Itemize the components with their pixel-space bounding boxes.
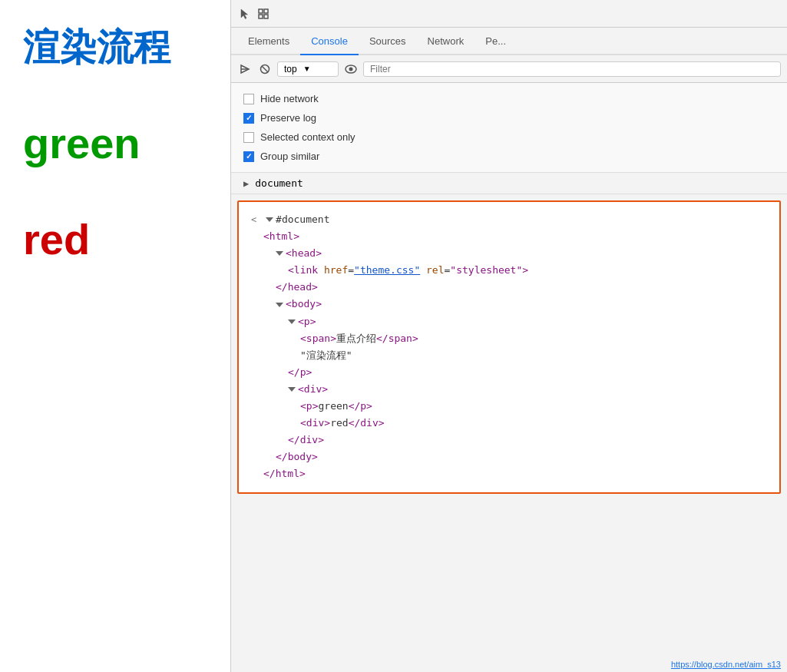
triangle-down-icon	[266, 217, 273, 222]
triangle-down-icon	[276, 251, 283, 256]
dom-line-div-red[interactable]: <div>red</div>	[251, 415, 767, 432]
dom-line-body-open[interactable]: <body>	[251, 296, 767, 313]
console-filter-bar: top ▼	[231, 55, 787, 83]
dom-line-html-close[interactable]: </html>	[251, 465, 767, 482]
checkbox-hide-network[interactable]: Hide network	[243, 89, 775, 108]
dom-line-link[interactable]: <link href="theme.css" rel="stylesheet" …	[251, 262, 767, 279]
block-icon[interactable]	[257, 61, 273, 77]
svg-rect-1	[264, 9, 268, 13]
dom-line-head-close[interactable]: </head>	[251, 279, 767, 296]
dom-line-p-close[interactable]: </p>	[251, 364, 767, 381]
svg-rect-2	[259, 15, 263, 18]
tab-network[interactable]: Network	[417, 28, 475, 55]
page-text-green: green	[23, 118, 207, 168]
tab-console[interactable]: Console	[300, 28, 359, 55]
inspect-icon[interactable]	[256, 6, 271, 22]
checkbox-preserve-log[interactable]: Preserve log	[243, 108, 775, 127]
checkbox-group-similar[interactable]: Group similar	[243, 147, 775, 166]
dom-line-div-close[interactable]: </div>	[251, 432, 767, 449]
devtools-tabs: Elements Console Sources Network Pe...	[231, 28, 787, 55]
page-title-chinese: 渲染流程	[23, 23, 207, 72]
execute-icon[interactable]	[237, 61, 253, 77]
svg-rect-0	[259, 9, 263, 13]
checkbox-selected-context-box[interactable]	[243, 132, 254, 143]
checkbox-selected-context[interactable]: Selected context only	[243, 127, 775, 147]
triangle-down-icon	[288, 319, 296, 324]
tab-sources[interactable]: Sources	[359, 28, 417, 55]
checkbox-group-similar-box[interactable]	[243, 151, 254, 162]
tab-elements[interactable]: Elements	[237, 28, 300, 55]
svg-line-7	[262, 66, 268, 72]
filter-input[interactable]	[363, 61, 781, 77]
dom-line-div-open[interactable]: <div>	[251, 381, 767, 398]
cursor-icon[interactable]	[237, 6, 253, 22]
dom-line-span[interactable]: <span>重点介绍</span>	[251, 330, 767, 347]
dom-tree-area: < #document <html> <head> <link href="th…	[237, 200, 781, 494]
dom-line-document[interactable]: < #document	[251, 211, 767, 228]
checkbox-hide-network-box[interactable]	[243, 94, 254, 104]
devtools-toolbar	[231, 0, 787, 28]
tab-performance[interactable]: Pe...	[475, 28, 517, 55]
dom-line-html[interactable]: <html>	[251, 228, 767, 245]
devtools-panel: Elements Console Sources Network Pe...	[230, 0, 787, 672]
left-panel: 渲染流程 green red	[0, 0, 230, 672]
eye-icon[interactable]	[343, 61, 359, 77]
dom-line-head-open[interactable]: <head>	[251, 245, 767, 262]
svg-rect-3	[264, 15, 268, 18]
dom-line-p-open[interactable]: <p>	[251, 313, 767, 330]
watermark: https://blog.csdn.net/aim_s13	[671, 660, 781, 669]
dom-line-body-close[interactable]: </body>	[251, 449, 767, 465]
checkbox-preserve-log-box[interactable]	[243, 113, 254, 124]
chevron-right-icon: ▶	[243, 178, 249, 189]
dom-line-p-green[interactable]: <p>green</p>	[251, 398, 767, 415]
checkboxes-area: Hide network Preserve log Selected conte…	[231, 83, 787, 173]
dom-line-text-node: "渲染流程"	[251, 347, 767, 364]
triangle-down-icon	[276, 303, 283, 307]
triangle-down-icon	[288, 387, 296, 392]
context-select[interactable]: top ▼	[277, 61, 339, 77]
document-row[interactable]: ▶ document	[231, 173, 787, 194]
arrow-left-icon: <	[251, 212, 256, 227]
page-text-red: red	[23, 214, 207, 264]
svg-point-9	[349, 67, 353, 71]
